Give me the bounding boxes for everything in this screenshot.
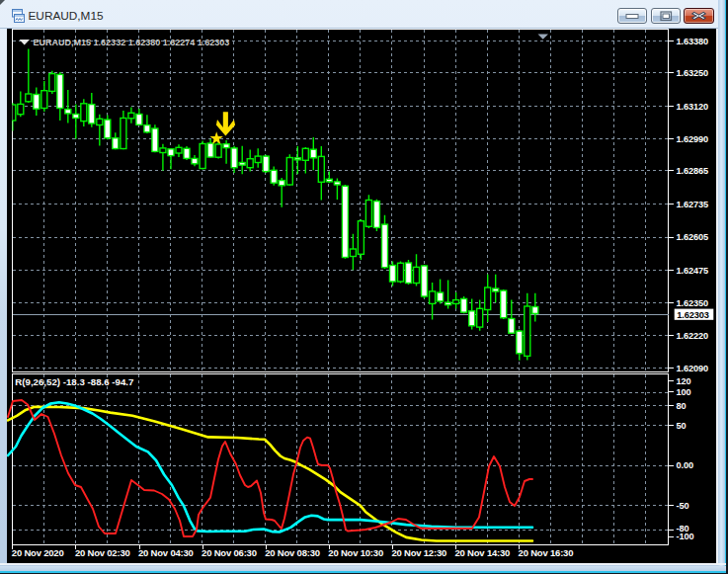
svg-text:20 Nov 08:30: 20 Nov 08:30 xyxy=(265,547,320,558)
svg-text:20 Nov 16:30: 20 Nov 16:30 xyxy=(519,547,574,558)
svg-text:1.62605: 1.62605 xyxy=(677,232,709,242)
svg-text:1.63120: 1.63120 xyxy=(677,102,709,112)
svg-text:20 Nov 2020: 20 Nov 2020 xyxy=(12,547,64,558)
svg-text:50: 50 xyxy=(677,421,687,431)
svg-text:1.62303: 1.62303 xyxy=(677,310,709,320)
svg-text:1.62865: 1.62865 xyxy=(677,166,709,176)
svg-text:20 Nov 10:30: 20 Nov 10:30 xyxy=(328,547,383,558)
svg-text:120: 120 xyxy=(677,376,691,386)
svg-text:-100: -100 xyxy=(677,532,694,541)
svg-text:20 Nov 02:30: 20 Nov 02:30 xyxy=(75,547,130,558)
svg-text:0.00: 0.00 xyxy=(677,460,693,470)
svg-text:100: 100 xyxy=(677,387,691,397)
svg-text:1.62090: 1.62090 xyxy=(677,364,709,373)
svg-text:20 Nov 12:30: 20 Nov 12:30 xyxy=(391,547,446,558)
svg-text:1.62990: 1.62990 xyxy=(677,134,709,144)
svg-text:80: 80 xyxy=(677,401,687,411)
svg-text:20 Nov 14:30: 20 Nov 14:30 xyxy=(455,547,511,558)
svg-text:20 Nov 06:30: 20 Nov 06:30 xyxy=(202,547,257,558)
svg-text:1.62735: 1.62735 xyxy=(677,200,709,209)
svg-text:1.63380: 1.63380 xyxy=(677,37,709,46)
svg-text:EURAUD,M15 1.62332 1.62380 1.6: EURAUD,M15 1.62332 1.62380 1.62274 1.623… xyxy=(34,38,230,47)
svg-text:-50: -50 xyxy=(677,501,689,511)
svg-text:1.62350: 1.62350 xyxy=(677,298,709,308)
svg-text:1.62475: 1.62475 xyxy=(677,266,709,276)
svg-text:1.63250: 1.63250 xyxy=(677,68,709,78)
svg-text:20 Nov 04:30: 20 Nov 04:30 xyxy=(138,547,194,558)
svg-text:1.62220: 1.62220 xyxy=(677,331,709,341)
svg-text:R(9,26,52) -18.3 -88.6 -94.7: R(9,26,52) -18.3 -88.6 -94.7 xyxy=(15,376,133,387)
